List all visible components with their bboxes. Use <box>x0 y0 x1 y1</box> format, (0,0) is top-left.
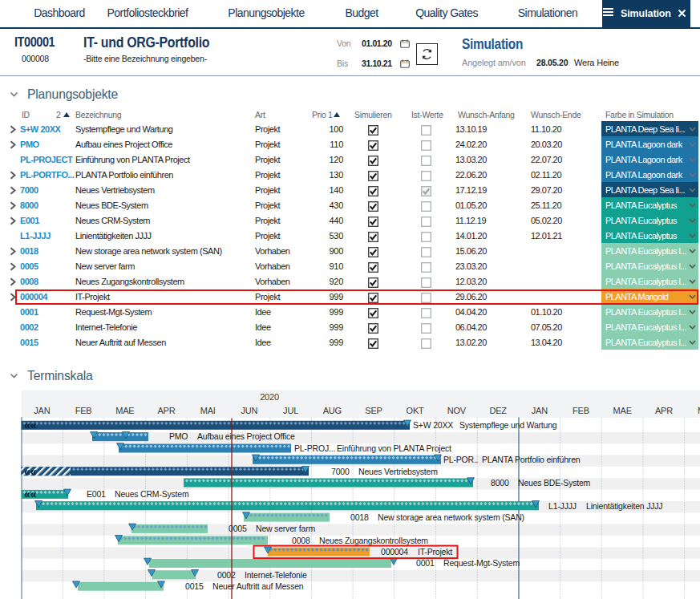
svg-text:JAN: JAN <box>532 406 548 415</box>
svg-text:««: «« <box>24 465 37 478</box>
svg-text:PLANTA Portfolio einführen: PLANTA Portfolio einführen <box>482 455 581 464</box>
svg-text:««: «« <box>24 419 37 431</box>
svg-text:New server farm: New server farm <box>256 524 315 533</box>
svg-text:Neues Zugangskontrollsystem: Neues Zugangskontrollsystem <box>319 536 428 545</box>
svg-text:Neues Vertriebsystem: Neues Vertriebsystem <box>358 467 438 476</box>
svg-text:8000: 8000 <box>491 478 509 488</box>
svg-text:Linientätigkeiten JJJJ: Linientätigkeiten JJJJ <box>586 501 662 511</box>
svg-text:New storage area network syste: New storage area network system (SAN) <box>378 512 524 522</box>
svg-text:Internet-Telefonie: Internet-Telefonie <box>245 570 307 580</box>
svg-text:Aufbau eines Project Office: Aufbau eines Project Office <box>197 431 295 441</box>
svg-text:SEP: SEP <box>365 406 382 415</box>
svg-text:2020: 2020 <box>260 392 279 402</box>
svg-text:JUL: JUL <box>283 406 298 415</box>
svg-text:S+W 20XX: S+W 20XX <box>413 420 453 430</box>
svg-text:Neues CRM-System: Neues CRM-System <box>115 489 189 499</box>
svg-text:APR: APR <box>157 406 175 415</box>
svg-text:FEB: FEB <box>75 406 92 415</box>
svg-text:APR: APR <box>655 406 673 415</box>
svg-text:0008: 0008 <box>292 536 310 545</box>
svg-text:E001: E001 <box>87 489 106 499</box>
svg-text:IT-Projekt: IT-Projekt <box>418 547 452 557</box>
svg-text:Einführung von PLANTA Project: Einführung von PLANTA Project <box>337 443 451 453</box>
svg-text:NOV: NOV <box>447 406 467 415</box>
svg-text:PMO: PMO <box>169 431 188 441</box>
svg-text:PL-PROJ...: PL-PROJ... <box>294 443 335 453</box>
svg-text:7000: 7000 <box>331 467 350 476</box>
svg-text:FEB: FEB <box>573 406 589 415</box>
svg-text:MAE: MAE <box>613 406 632 415</box>
svg-text:Neues BDE-System: Neues BDE-System <box>518 478 591 488</box>
svg-text:0015: 0015 <box>185 581 204 591</box>
svg-text:JUN: JUN <box>241 406 258 415</box>
svg-text:DEZ: DEZ <box>489 406 507 415</box>
svg-text:0001: 0001 <box>416 558 435 568</box>
svg-text:0018: 0018 <box>350 512 369 522</box>
svg-text:AUG: AUG <box>323 406 342 415</box>
svg-text:OKT: OKT <box>407 406 424 415</box>
svg-text:MAE: MAE <box>115 406 134 415</box>
svg-text:0002: 0002 <box>217 570 236 580</box>
svg-text:JAN: JAN <box>34 406 50 415</box>
svg-text:L1-JJJJ: L1-JJJJ <box>548 501 577 511</box>
svg-text:Request-Mgt-System: Request-Mgt-System <box>443 558 520 568</box>
svg-text:MAI: MAI <box>200 406 216 415</box>
svg-text:000004: 000004 <box>381 547 408 557</box>
svg-text:Neuer Auftritt auf Messen: Neuer Auftritt auf Messen <box>212 581 304 591</box>
svg-text:Systempflege und Wartung: Systempflege und Wartung <box>459 420 557 430</box>
svg-text:PL-POR..: PL-POR.. <box>443 455 478 464</box>
svg-text:««: «« <box>24 488 37 500</box>
